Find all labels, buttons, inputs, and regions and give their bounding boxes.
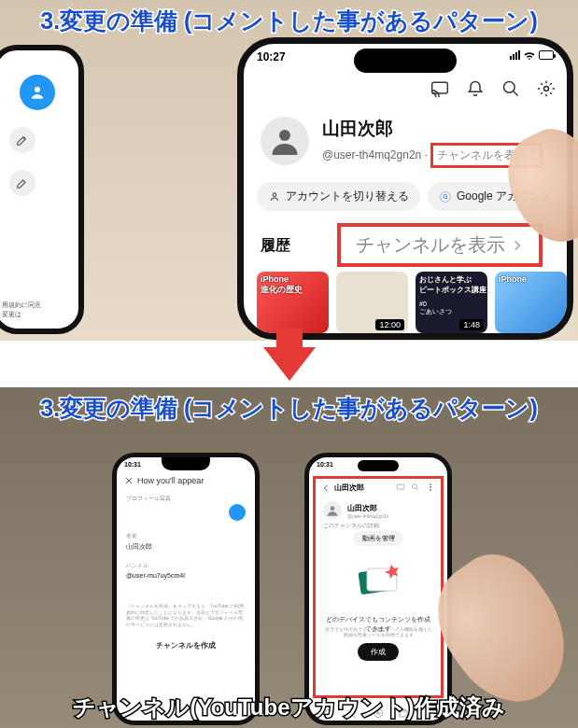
panel2-phone-left: 10:31 How you'll appear プロフィール写真 名前 山田次郎… — [112, 453, 260, 725]
svg-point-12 — [430, 489, 430, 490]
status-time: 10:27 — [257, 50, 286, 63]
profile-name: 山田次郎 — [322, 117, 543, 141]
svg-point-9 — [413, 484, 417, 489]
status-time: 10:31 — [317, 461, 333, 468]
create-button[interactable]: 作成 — [358, 643, 399, 661]
terms-note: 「チャンネルを作成」をタップすると、YouTube の利用規約に同意したことにな… — [126, 603, 246, 627]
edit-button-2[interactable] — [9, 170, 35, 196]
panel2-bottom: チャンネル(YouTubeアカウント)作成済み — [0, 693, 578, 722]
empty-sub: 自宅でも外出先でも、必要なすべての機能を備えた動画や写真ツールを利用できます — [323, 626, 433, 637]
svg-point-11 — [430, 486, 430, 487]
svg-point-13 — [331, 506, 335, 511]
photo-label: プロフィール写真 — [126, 495, 246, 503]
thumb-2[interactable]: 12:00 — [336, 272, 408, 333]
view-channel-big[interactable]: チャンネルを表示 — [337, 223, 543, 267]
cast-icon[interactable] — [430, 79, 449, 98]
svg-point-2 — [504, 82, 515, 93]
modal-header: How you'll appear — [124, 476, 247, 485]
edit-button[interactable] — [9, 127, 35, 153]
panel-2: 3.変更の準備 (コメントした事があるパターン) チャンネル(YouTubeアカ… — [0, 387, 578, 728]
svg-rect-1 — [432, 82, 448, 93]
notch — [162, 457, 210, 470]
status-time: 10:31 — [124, 461, 141, 468]
panel1-title: 3.変更の準備 (コメントした事があるパターン) — [0, 6, 578, 36]
chevron-left-icon[interactable] — [321, 483, 331, 493]
empty-illustration — [350, 559, 406, 604]
svg-point-3 — [544, 87, 549, 91]
history-thumbs: iPhone 進化の歴史 12:00 おじさんと学ぶ ビートボックス講座 #0 … — [257, 272, 567, 333]
history-label: 履歴 — [261, 236, 290, 256]
chevron-right-icon — [511, 239, 524, 252]
thumb-4[interactable]: iPhone — [495, 272, 567, 333]
svg-rect-8 — [397, 484, 404, 489]
arrow-gap — [0, 341, 578, 387]
channel-tab[interactable]: このチャンネルの詳細 — [323, 522, 379, 530]
svg-point-10 — [430, 483, 430, 484]
thumb-3[interactable]: おじさんと学ぶ ビートボックス講座 #0 ごあいさつ 1:48 — [416, 272, 487, 333]
bell-icon[interactable] — [466, 79, 485, 98]
thumb-1[interactable]: iPhone 進化の歴史 — [257, 272, 329, 333]
dynamic-island — [358, 460, 399, 471]
header-icons — [396, 483, 435, 492]
handle-row: ハンドル @user-mu7uy5cm4l — [126, 562, 246, 579]
panel2-phone-right: 10:31 山田次郎 山田次郎 @user-th4mq2gn2n このチャンネル… — [304, 453, 452, 725]
dynamic-island — [354, 49, 457, 73]
status-icons — [510, 50, 554, 60]
cast-icon[interactable] — [396, 483, 405, 492]
channel-profile: 山田次郎 @user-th4mq2gn2n — [323, 501, 388, 520]
svg-point-4 — [279, 130, 290, 141]
panel-1: 3.変更の準備 (コメントした事があるパターン) 用規約に同意 変更は 10:2… — [0, 0, 578, 341]
terms-text: 用規約に同意 変更は — [2, 301, 41, 319]
close-icon[interactable] — [124, 476, 134, 485]
switch-account-button[interactable]: アカウントを切り替える — [257, 182, 420, 211]
phone-left-partial: 用規約に同意 変更は — [0, 45, 84, 334]
create-channel-button[interactable]: チャンネルを作成 — [117, 640, 255, 651]
svg-text:G: G — [443, 193, 448, 200]
highlight-box: 山田次郎 山田次郎 @user-th4mq2gn2n このチャンネルの詳細 動画… — [313, 476, 444, 698]
avatar-icon — [20, 75, 55, 110]
more-icon[interactable] — [426, 483, 435, 492]
search-icon[interactable] — [411, 483, 420, 492]
top-actions — [430, 79, 556, 98]
search-icon[interactable] — [501, 79, 520, 98]
panel2-title: 3.変更の準備 (コメントした事があるパターン) — [0, 393, 578, 424]
manage-videos-button[interactable]: 動画を管理 — [353, 531, 404, 546]
profile-photo[interactable] — [229, 504, 246, 521]
name-row: 名前 山田次郎 — [126, 532, 246, 552]
svg-point-5 — [273, 192, 276, 196]
avatar-icon — [323, 501, 342, 520]
svg-point-0 — [35, 87, 40, 92]
gear-icon[interactable] — [537, 79, 556, 98]
avatar-icon[interactable] — [261, 117, 309, 165]
down-arrow-icon — [263, 347, 316, 381]
